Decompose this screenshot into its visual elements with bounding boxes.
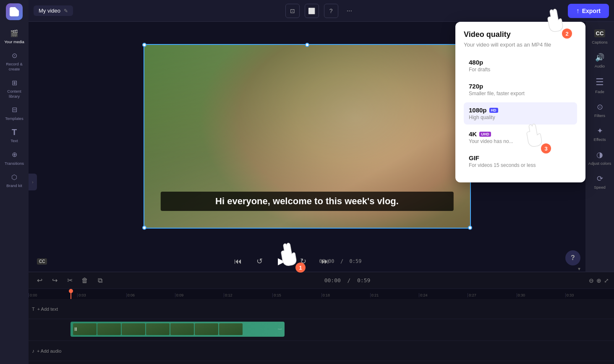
time-total: 0:59 — [350, 258, 362, 264]
handle-top-middle[interactable] — [305, 43, 309, 47]
clip-wave-icon: 〰 — [278, 327, 282, 332]
sidebar-label-record-create: Record & create — [2, 62, 27, 71]
more-options[interactable]: ··· — [343, 5, 355, 16]
ruler-mark: 0:12 — [224, 293, 272, 297]
sidebar-item-your-media[interactable]: 🎬 Your media — [0, 25, 29, 47]
quality-option-720p[interactable]: 720p Smaller file, faster export — [464, 78, 577, 101]
ruler-mark: 0:18 — [321, 293, 370, 297]
audio-icon: 🔊 — [595, 53, 604, 62]
quality-480p-title: 480p — [469, 59, 572, 66]
sidebar-item-transitions[interactable]: ⊕ Transitions — [0, 147, 29, 169]
handle-bottom-right[interactable] — [468, 226, 472, 230]
chevron-down-icon[interactable]: ▾ — [578, 266, 580, 272]
add-text-button[interactable]: + Add text — [37, 307, 58, 312]
file-tab[interactable]: My video ✎ — [34, 5, 73, 16]
sidebar-item-audio[interactable]: 🔊 Audio — [585, 49, 614, 73]
sidebar-item-filters[interactable]: ⊙ Filters — [585, 98, 614, 122]
export-button[interactable]: ↑ Export — [568, 4, 609, 18]
timeline: ↩ ↪ ✂ 🗑 ⧉ 00:00 / 0:59 ⊖ ⊕ ⤢ 0:00 0:03 0… — [29, 272, 614, 364]
crop-button[interactable]: ⊡ — [285, 4, 300, 18]
quality-option-480p[interactable]: 480p For drafts — [464, 55, 577, 77]
uhd-badge: UHD — [479, 132, 491, 137]
add-audio-button[interactable]: + Add audio — [37, 348, 61, 354]
speed-icon: ⟳ — [597, 174, 603, 183]
cc-badge[interactable]: CC — [37, 258, 47, 265]
handle-top-left[interactable] — [142, 43, 146, 47]
popup-subtitle: Your video will export as an MP4 file — [464, 42, 577, 48]
sidebar-label-transitions: Transitions — [5, 161, 24, 166]
clip-pause-icon: ⏸ — [73, 326, 78, 332]
sidebar-label-your-media: Your media — [4, 39, 24, 44]
tl-time-current: 00:00 — [324, 277, 341, 283]
quality-option-gif[interactable]: GIF For videos 15 seconds or less — [464, 150, 577, 172]
sidebar-label-brand-kit: Brand kit — [6, 183, 22, 188]
sidebar-item-record-create[interactable]: ⊙ Record & create — [0, 47, 29, 75]
captions-icon: CC — [594, 29, 606, 37]
topbar: My video ✎ ⊡ ⬜ ? ··· ↑ Export — [29, 0, 614, 22]
zoom-in-button[interactable]: ⊕ — [596, 277, 601, 284]
ruler-mark: 0:09 — [175, 293, 224, 297]
video-track-content: ⏸ 〰 — [71, 319, 614, 341]
quality-gif-desc: For videos 15 seconds or less — [469, 162, 572, 168]
timeline-toolbar: ↩ ↪ ✂ 🗑 ⧉ 00:00 / 0:59 ⊖ ⊕ ⤢ — [29, 272, 614, 289]
sidebar-item-text[interactable]: T Text — [0, 124, 29, 146]
quality-720p-title: 720p — [469, 83, 572, 90]
sidebar-item-templates[interactable]: ⊟ Templates — [0, 102, 29, 124]
timeline-tracks: T + Add text ⏸ — [29, 299, 614, 364]
fade-icon: ☰ — [596, 77, 604, 88]
popup-title: Video quality — [464, 30, 577, 39]
sidebar-item-speed[interactable]: ⟳ Speed — [585, 170, 614, 194]
video-subtitle: Hi everyone, welcome to this week's vlog… — [160, 192, 453, 211]
sidebar-item-fade[interactable]: ☰ Fade — [585, 73, 614, 98]
sidebar-item-effects[interactable]: ✦ Effects — [585, 122, 614, 146]
export-arrow-icon: ↑ — [576, 7, 580, 15]
zoom-out-button[interactable]: ⊖ — [589, 277, 594, 284]
delete-button[interactable]: 🗑 — [79, 275, 91, 286]
sidebar-item-brand-kit[interactable]: ⬡ Brand kit — [0, 169, 29, 191]
undo-button[interactable]: ↩ — [34, 275, 45, 286]
cut-button[interactable]: ✂ — [64, 275, 76, 286]
video-canvas[interactable]: Hi everyone, welcome to this week's vlog… — [144, 44, 471, 229]
quality-option-4k[interactable]: 4K UHD Your video has no... — [464, 126, 577, 148]
resize-button[interactable]: ⬜ — [305, 4, 319, 18]
time-current: 00:00 — [319, 258, 334, 264]
audio-track-icon: ♪ — [32, 348, 34, 354]
ruler-mark: 0:27 — [468, 293, 516, 297]
rewind-button[interactable]: ↺ — [253, 255, 267, 268]
sidebar-item-captions[interactable]: CC Captions — [585, 25, 614, 49]
hd-badge: HD — [489, 108, 498, 113]
ruler-mark: 0:03 — [77, 293, 126, 297]
fast-forward-button[interactable]: ↻ — [297, 255, 310, 268]
sidebar-label-text: Text — [10, 138, 18, 143]
help-button[interactable]: ? — [565, 250, 580, 265]
quality-4k-title: 4K UHD — [469, 130, 572, 138]
skip-back-button[interactable]: ⏮ — [231, 255, 245, 268]
topbar-center: ⊡ ⬜ ? ··· — [73, 4, 568, 18]
effects-icon: ✦ — [597, 126, 603, 135]
play-button[interactable]: ▶ — [275, 255, 288, 268]
quality-480p-desc: For drafts — [469, 67, 572, 73]
clip-thumb-3 — [122, 323, 145, 335]
adjust-colors-label: Adjust colors — [588, 161, 611, 166]
audio-label: Audio — [595, 64, 605, 68]
sidebar-collapse-button[interactable]: › — [29, 174, 37, 190]
export-label: Export — [582, 8, 601, 14]
clip-thumb-5 — [170, 323, 194, 335]
duplicate-button[interactable]: ⧉ — [94, 275, 106, 286]
fit-button[interactable]: ⤢ — [604, 277, 609, 284]
video-clip[interactable]: ⏸ 〰 — [71, 322, 285, 337]
ruler-mark: 0:24 — [419, 293, 468, 297]
clip-thumb-6 — [195, 323, 218, 335]
playhead[interactable] — [71, 289, 71, 299]
quality-1080p-desc: High quality — [469, 114, 572, 120]
timeline-ruler: 0:00 0:03 0:06 0:09 0:12 0:15 0:18 0:21 … — [29, 289, 614, 299]
app-logo — [6, 3, 23, 20]
sidebar-item-content-library[interactable]: ⊞ Content library — [0, 75, 29, 102]
help-icon-button[interactable]: ? — [324, 4, 338, 18]
speed-label: Speed — [594, 185, 605, 190]
sidebar-item-adjust-colors[interactable]: ◑ Adjust colors — [585, 146, 614, 170]
handle-bottom-left[interactable] — [142, 226, 146, 230]
redo-button[interactable]: ↪ — [49, 275, 60, 286]
quality-option-1080p[interactable]: 1080p HD High quality — [464, 102, 577, 125]
clip-thumb-7 — [219, 323, 243, 335]
